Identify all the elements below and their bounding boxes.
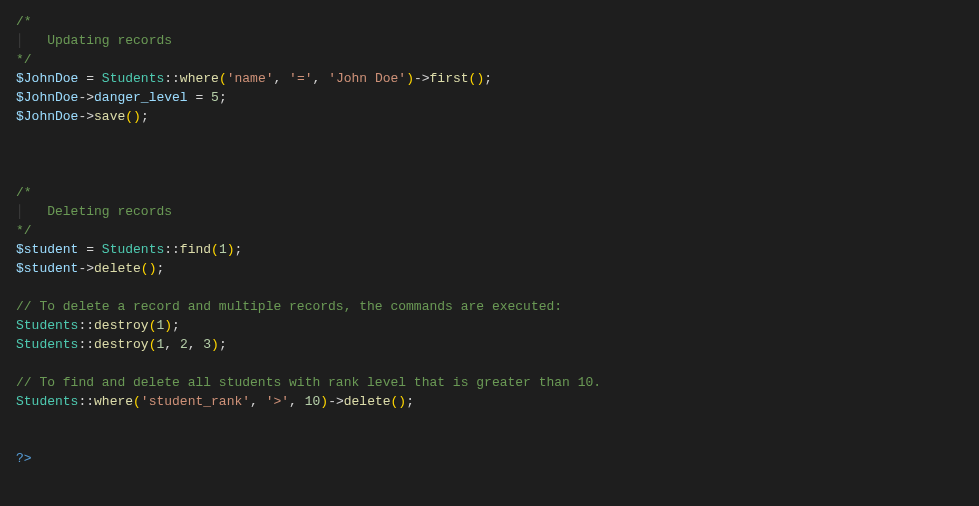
- property: danger_level: [94, 90, 188, 105]
- function-name: destroy: [94, 318, 149, 333]
- paren: ): [133, 109, 141, 124]
- empty-line: [16, 126, 963, 145]
- paren: ): [164, 318, 172, 333]
- empty-line: [16, 354, 963, 373]
- punct: ,: [188, 337, 204, 352]
- comment-open: /*: [16, 185, 32, 200]
- function-name: delete: [94, 261, 141, 276]
- function-name: destroy: [94, 337, 149, 352]
- paren: (: [141, 261, 149, 276]
- punct: ;: [219, 337, 227, 352]
- class-name: Students: [16, 394, 78, 409]
- function-name: where: [180, 71, 219, 86]
- variable: $JohnDoe: [16, 71, 78, 86]
- comment-close: */: [16, 223, 32, 238]
- indent-guide: │: [16, 33, 24, 48]
- class-name: Students: [102, 242, 164, 257]
- code-line: │ Updating records: [16, 31, 963, 50]
- variable: $JohnDoe: [16, 109, 78, 124]
- code-line: /*: [16, 12, 963, 31]
- paren: ): [227, 242, 235, 257]
- number: 1: [219, 242, 227, 257]
- punct: ;: [484, 71, 492, 86]
- code-line: Students::destroy(1);: [16, 316, 963, 335]
- paren: ): [320, 394, 328, 409]
- code-line: $JohnDoe = Students::where('name', '=', …: [16, 69, 963, 88]
- code-line: $student = Students::find(1);: [16, 240, 963, 259]
- code-line: /*: [16, 183, 963, 202]
- number: 5: [211, 90, 219, 105]
- paren: (: [125, 109, 133, 124]
- number: 2: [180, 337, 188, 352]
- empty-line: [16, 145, 963, 164]
- arrow: ->: [78, 261, 94, 276]
- code-line: Students::destroy(1, 2, 3);: [16, 335, 963, 354]
- function-name: where: [94, 394, 133, 409]
- function-name: first: [430, 71, 469, 86]
- paren: ): [398, 394, 406, 409]
- empty-line: [16, 430, 963, 449]
- comment-text: Updating records: [47, 33, 172, 48]
- arrow: ->: [78, 90, 94, 105]
- comment-text: [24, 33, 47, 48]
- string: 'name': [227, 71, 274, 86]
- punct: ,: [289, 394, 305, 409]
- paren: (: [211, 242, 219, 257]
- number: 10: [305, 394, 321, 409]
- punct: ,: [313, 71, 329, 86]
- punct: ,: [164, 337, 180, 352]
- code-line: $JohnDoe->save();: [16, 107, 963, 126]
- comment-text: Deleting records: [47, 204, 172, 219]
- code-line: // To delete a record and multiple recor…: [16, 297, 963, 316]
- punct: ::: [164, 242, 180, 257]
- function-name: save: [94, 109, 125, 124]
- string: 'student_rank': [141, 394, 250, 409]
- variable: $student: [16, 261, 78, 276]
- code-line: ?>: [16, 449, 963, 468]
- punct: ::: [78, 337, 94, 352]
- paren: (: [219, 71, 227, 86]
- comment-close: */: [16, 52, 32, 67]
- punct: ;: [156, 261, 164, 276]
- empty-line: [16, 278, 963, 297]
- comment-open: /*: [16, 14, 32, 29]
- punct: ,: [250, 394, 266, 409]
- comment-text: [24, 204, 47, 219]
- string: 'John Doe': [328, 71, 406, 86]
- paren: (: [133, 394, 141, 409]
- operator: =: [78, 242, 101, 257]
- function-name: find: [180, 242, 211, 257]
- punct: ;: [406, 394, 414, 409]
- code-line: */: [16, 50, 963, 69]
- punct: ;: [219, 90, 227, 105]
- operator: =: [78, 71, 101, 86]
- class-name: Students: [102, 71, 164, 86]
- php-close-tag: ?>: [16, 451, 32, 466]
- operator: =: [188, 90, 211, 105]
- number: 3: [203, 337, 211, 352]
- paren: ): [406, 71, 414, 86]
- class-name: Students: [16, 337, 78, 352]
- variable: $JohnDoe: [16, 90, 78, 105]
- code-line: */: [16, 221, 963, 240]
- punct: ,: [274, 71, 290, 86]
- code-line: $JohnDoe->danger_level = 5;: [16, 88, 963, 107]
- code-line: $student->delete();: [16, 259, 963, 278]
- string: '>': [266, 394, 289, 409]
- code-line: Students::where('student_rank', '>', 10)…: [16, 392, 963, 411]
- code-editor[interactable]: /* │ Updating records */ $JohnDoe = Stud…: [16, 12, 963, 468]
- punct: ;: [141, 109, 149, 124]
- empty-line: [16, 164, 963, 183]
- punct: ::: [164, 71, 180, 86]
- arrow: ->: [414, 71, 430, 86]
- empty-line: [16, 411, 963, 430]
- function-name: delete: [344, 394, 391, 409]
- string: '=': [289, 71, 312, 86]
- paren: ): [211, 337, 219, 352]
- class-name: Students: [16, 318, 78, 333]
- comment-line: // To delete a record and multiple recor…: [16, 299, 562, 314]
- punct: ;: [172, 318, 180, 333]
- variable: $student: [16, 242, 78, 257]
- arrow: ->: [78, 109, 94, 124]
- punct: ::: [78, 318, 94, 333]
